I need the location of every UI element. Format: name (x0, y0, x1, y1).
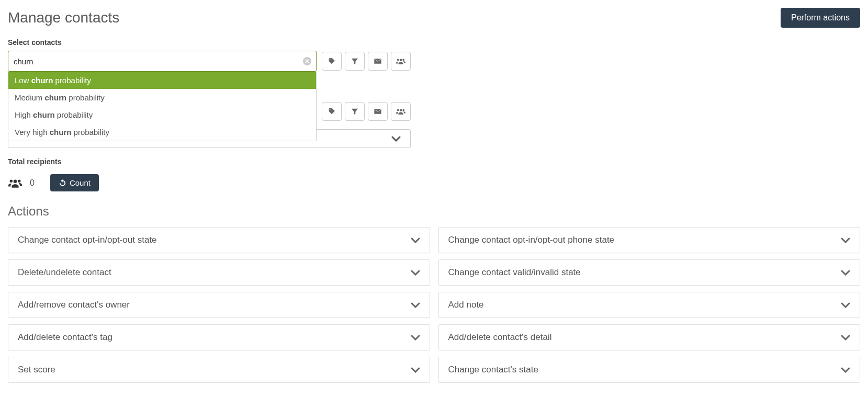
filter-icon (351, 107, 359, 116)
page-title: Manage contacts (8, 9, 119, 26)
users-icon (396, 107, 405, 116)
action-card[interactable]: Add/delete contact's tag (8, 324, 430, 350)
action-card-label: Add/delete contact's tag (18, 332, 112, 343)
select-contacts-label: Select contacts (8, 38, 860, 47)
email-filter-button-2[interactable] (368, 102, 388, 121)
tag-filter-button-2[interactable] (322, 102, 342, 121)
count-button[interactable]: Count (50, 174, 99, 191)
autocomplete-option[interactable]: Medium churn probability (8, 89, 316, 106)
refresh-icon (59, 179, 66, 187)
action-card-label: Change contact valid/invalid state (448, 267, 581, 278)
action-card[interactable]: Change contact valid/invalid state (438, 259, 861, 286)
chevron-down-icon (841, 335, 850, 340)
email-filter-button[interactable] (368, 52, 388, 71)
autocomplete-option[interactable]: Very high churn probability (8, 123, 316, 141)
autocomplete-option[interactable]: Low churn probability (8, 72, 316, 89)
chevron-down-icon (841, 302, 850, 308)
chevron-down-icon (841, 270, 850, 276)
envelope-icon (374, 57, 382, 65)
users-icon (396, 57, 405, 65)
chevron-down-icon (411, 302, 420, 308)
clear-input-icon[interactable] (303, 57, 311, 65)
chevron-down-icon (841, 237, 850, 243)
action-card-label: Set score (18, 365, 55, 375)
tag-icon (328, 57, 336, 65)
group-filter-button-2[interactable] (391, 102, 411, 121)
action-card-label: Add/delete contact's detail (448, 332, 552, 343)
autocomplete-dropdown: Low churn probabilityMedium churn probab… (8, 72, 317, 141)
chevron-down-icon (841, 367, 850, 373)
total-recipients-label: Total recipients (8, 157, 860, 166)
tag-filter-button[interactable] (322, 52, 342, 71)
recipient-count-value: 0 (30, 178, 35, 188)
filter-button-2[interactable] (345, 102, 365, 121)
action-card[interactable]: Change contact opt-in/opt-out state (8, 227, 430, 253)
count-button-label: Count (70, 178, 91, 187)
action-card-label: Delete/undelete contact (18, 267, 111, 278)
tag-icon (328, 107, 336, 116)
action-card-label: Change contact opt-in/opt-out phone stat… (448, 235, 615, 245)
actions-heading: Actions (8, 204, 860, 219)
action-card[interactable]: Change contact's state (438, 357, 861, 383)
action-card[interactable]: Set score (8, 357, 430, 383)
filter-icon (351, 57, 359, 65)
users-icon (8, 177, 22, 189)
action-card-label: Change contact's state (448, 365, 538, 375)
chevron-down-icon (411, 270, 420, 276)
action-card[interactable]: Delete/undelete contact (8, 259, 430, 286)
group-filter-button[interactable] (391, 52, 411, 71)
autocomplete-option[interactable]: High churn probability (8, 106, 316, 123)
envelope-icon (374, 107, 382, 116)
perform-actions-button[interactable]: Perform actions (781, 8, 860, 28)
chevron-down-icon (411, 335, 420, 340)
action-card-label: Add/remove contact's owner (18, 300, 130, 310)
action-card[interactable]: Add note (438, 292, 861, 318)
select-contacts-input[interactable] (8, 51, 317, 72)
action-card-label: Change contact opt-in/opt-out state (18, 235, 157, 245)
action-card[interactable]: Add/delete contact's detail (438, 324, 861, 350)
action-card[interactable]: Add/remove contact's owner (8, 292, 430, 318)
chevron-down-icon (391, 136, 401, 142)
action-card[interactable]: Change contact opt-in/opt-out phone stat… (438, 227, 861, 253)
action-card-label: Add note (448, 300, 484, 310)
chevron-down-icon (411, 237, 420, 243)
chevron-down-icon (411, 367, 420, 373)
filter-button[interactable] (345, 52, 365, 71)
